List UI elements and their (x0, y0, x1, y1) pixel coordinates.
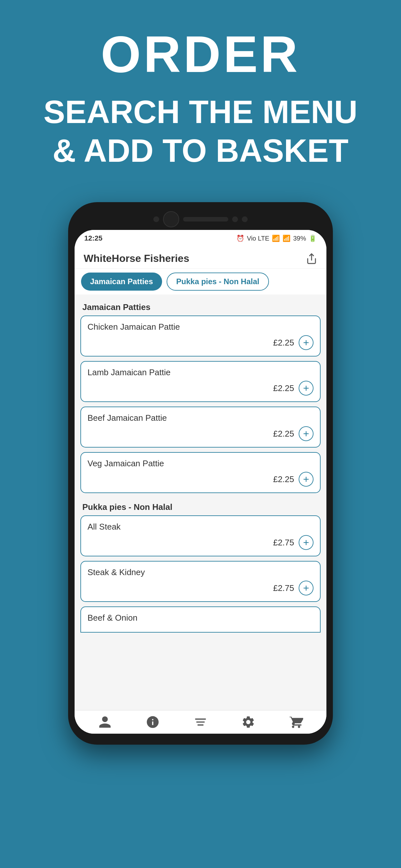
status-alarm-icon: ⏰ (236, 235, 244, 242)
status-wifi-icon: 📶 (272, 235, 280, 242)
app-header: WhiteHorse Fisheries (74, 247, 327, 269)
menu-item-lamb-jamaican: Lamb Jamaican Pattie £2.25 + (81, 361, 320, 402)
add-all-steak-btn[interactable]: + (299, 535, 313, 550)
section-pukka-header: Pukka pies - Non Halal (81, 498, 320, 516)
add-veg-jamaican-btn[interactable]: + (299, 472, 313, 487)
add-lamb-jamaican-btn[interactable]: + (299, 381, 313, 396)
speaker-bar (183, 217, 228, 221)
menu-item-chicken-jamaican: Chicken Jamaican Pattie £2.25 + (81, 315, 320, 356)
item-name: Beef & Onion (88, 613, 313, 623)
camera-dot-right (232, 216, 238, 222)
share-icon[interactable] (306, 253, 317, 265)
item-name: Beef Jamaican Pattie (88, 413, 313, 423)
nav-menu[interactable] (193, 715, 208, 729)
phone-outer: 12:25 ⏰ Vio LTE 📶 📶 39% 🔋 WhiteHorse Fis… (68, 202, 333, 745)
item-price: £2.75 (273, 583, 294, 593)
add-chicken-jamaican-btn[interactable]: + (299, 335, 313, 350)
status-right: ⏰ Vio LTE 📶 📶 39% 🔋 (236, 235, 317, 242)
status-battery: 39% (293, 235, 306, 242)
item-bottom: £2.25 + (88, 335, 313, 350)
phone-mockup: 12:25 ⏰ Vio LTE 📶 📶 39% 🔋 WhiteHorse Fis… (68, 202, 333, 745)
item-name: Lamb Jamaican Pattie (88, 368, 313, 377)
status-network: Vio LTE (247, 235, 269, 242)
bottom-nav (74, 710, 327, 734)
item-name: Veg Jamaican Pattie (88, 459, 313, 469)
status-battery-icon: 🔋 (309, 235, 317, 242)
menu-content: Jamaican Patties Chicken Jamaican Pattie… (74, 294, 327, 710)
item-price: £2.25 (273, 429, 294, 439)
item-bottom: £2.25 + (88, 426, 313, 441)
item-name: Chicken Jamaican Pattie (88, 322, 313, 332)
status-signal-icon: 📶 (282, 235, 290, 242)
phone-notch (74, 211, 327, 227)
item-price: £2.25 (273, 474, 294, 485)
add-steak-kidney-btn[interactable]: + (299, 581, 313, 595)
menu-item-steak-kidney: Steak & Kidney £2.75 + (81, 561, 320, 602)
item-bottom: £2.75 + (88, 581, 313, 595)
item-bottom: £2.25 + (88, 381, 313, 396)
item-name: All Steak (88, 522, 313, 532)
tab-pukka-pies[interactable]: Pukka pies - Non Halal (166, 273, 269, 290)
menu-item-veg-jamaican: Veg Jamaican Pattie £2.25 + (81, 452, 320, 493)
tab-jamaican-patties[interactable]: Jamaican Patties (81, 273, 162, 290)
order-title: ORDER (101, 26, 300, 83)
camera-main (163, 211, 179, 227)
item-bottom: £2.75 + (88, 535, 313, 550)
status-bar: 12:25 ⏰ Vio LTE 📶 📶 39% 🔋 (74, 230, 327, 247)
nav-basket[interactable] (289, 715, 303, 729)
menu-item-beef-onion: Beef & Onion (81, 607, 320, 632)
menu-item-beef-jamaican: Beef Jamaican Pattie £2.25 + (81, 407, 320, 447)
item-bottom: £2.25 + (88, 472, 313, 487)
item-price: £2.75 (273, 538, 294, 548)
subtitle: SEARCH THE MENU& ADD TO BASKET (24, 92, 377, 170)
camera-dot-extra (242, 216, 248, 222)
app-title: WhiteHorse Fisheries (84, 252, 189, 265)
nav-info[interactable] (146, 715, 160, 729)
camera-area (153, 211, 248, 227)
phone-screen: 12:25 ⏰ Vio LTE 📶 📶 39% 🔋 WhiteHorse Fis… (74, 230, 327, 734)
nav-profile[interactable] (98, 715, 112, 729)
camera-dot-left (153, 216, 159, 222)
item-name: Steak & Kidney (88, 567, 313, 578)
status-time: 12:25 (84, 234, 102, 243)
tab-bar: Jamaican Patties Pukka pies - Non Halal (74, 269, 327, 294)
section-jamaican-patties-header: Jamaican Patties (81, 298, 320, 315)
menu-item-all-steak: All Steak £2.75 + (81, 516, 320, 556)
add-beef-jamaican-btn[interactable]: + (299, 426, 313, 441)
item-price: £2.25 (273, 338, 294, 348)
nav-settings[interactable] (241, 715, 255, 729)
item-price: £2.25 (273, 383, 294, 393)
header-section: ORDER SEARCH THE MENU& ADD TO BASKET (0, 0, 401, 183)
subtitle-text: SEARCH THE MENU& ADD TO BASKET (43, 94, 358, 168)
